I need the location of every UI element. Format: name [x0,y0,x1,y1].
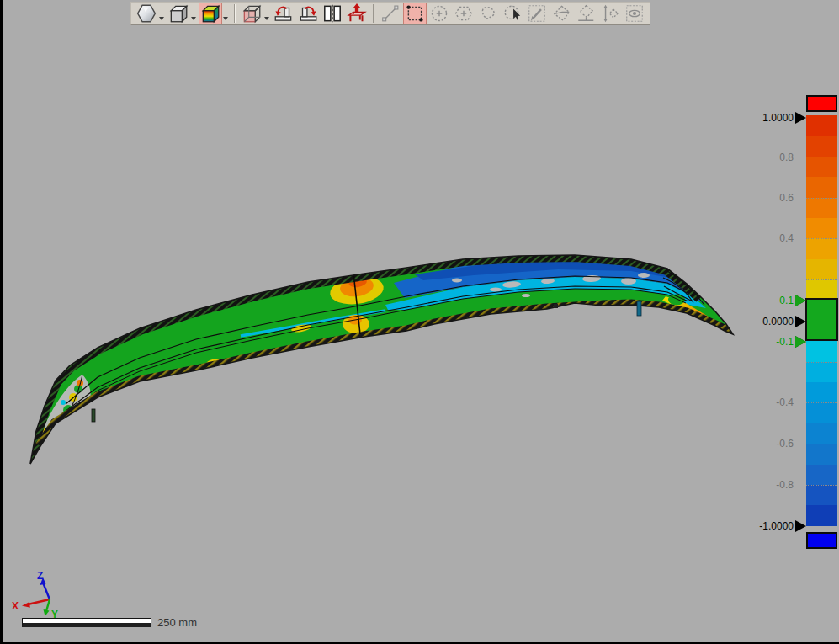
legend-band [806,382,837,402]
legend-band [806,218,837,238]
legend-tick-label: -0.8 [754,479,794,491]
legend-tick-label: -0.6 [754,438,794,450]
svg-text:Z: Z [37,570,43,582]
legend-lower-tolerance-label: -0.1 [754,336,794,348]
legend-lower-tolerance-marker[interactable] [795,336,806,348]
legend-band [806,177,837,197]
legend-tolerance-zone [805,298,838,341]
legend-tick-label: 0.6 [754,192,794,204]
legend-min-marker[interactable] [795,520,806,532]
legend-band [806,198,837,218]
legend-min-label: -1.0000 [754,520,794,532]
legend-band [806,279,837,300]
legend-band [806,115,837,136]
scale-bar [22,618,151,627]
legend-max-marker[interactable] [795,112,806,124]
legend-band [806,444,837,464]
legend-band [806,238,837,258]
legend-zero-marker[interactable] [795,316,806,327]
viewport-3d-model[interactable] [3,0,839,644]
deviation-color-legend: 1.0000 0.8 0.6 0.4 0.1 0.0000 -0.1 -0.4 … [754,91,839,567]
legend-band [806,505,837,525]
legend-max-label: 1.0000 [754,112,794,124]
legend-band [806,157,837,177]
legend-above-max-box [806,95,837,112]
legend-zero-label: 0.0000 [754,316,794,327]
legend-tick-label: 0.8 [754,152,794,163]
application-window: 1.0000 0.8 0.6 0.4 0.1 0.0000 -0.1 -0.4 … [0,0,839,644]
legend-band [806,259,837,279]
legend-band [806,485,837,505]
legend-band [806,136,837,156]
legend-tick-label: 0.4 [754,232,794,244]
legend-band [806,465,837,485]
scale-bar-label: 250 mm [157,616,197,629]
legend-upper-tolerance-label: 0.1 [754,295,794,306]
legend-band [806,362,837,382]
legend-band [806,402,837,423]
legend-below-min-box [806,532,837,549]
legend-upper-tolerance-marker[interactable] [795,295,806,306]
z-axis: Z [37,570,50,599]
legend-band [806,423,837,444]
legend-band [806,341,837,361]
svg-text:X: X [12,600,19,612]
legend-tick-label: -0.4 [754,397,794,408]
